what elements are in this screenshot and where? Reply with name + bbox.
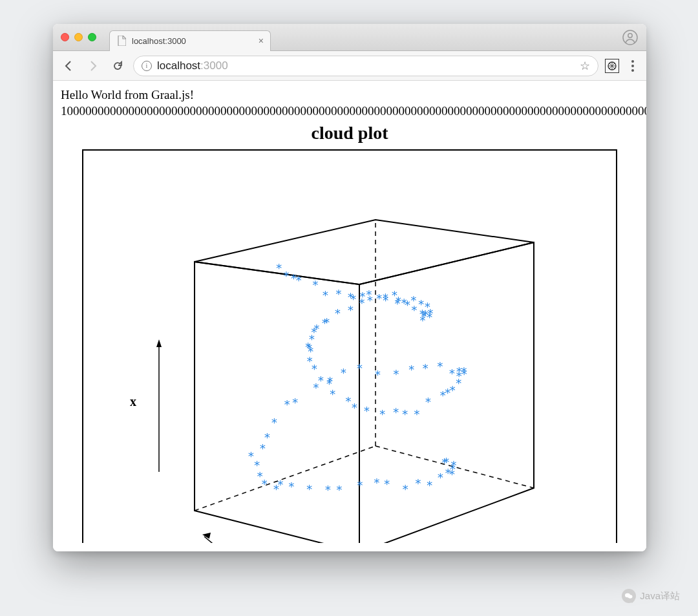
svg-text:*: * xyxy=(437,359,444,373)
watermark: Java译站 xyxy=(622,589,680,603)
browser-toolbar: i localhost:3000 ☆ xyxy=(53,51,646,81)
svg-text:*: * xyxy=(290,272,297,286)
svg-text:*: * xyxy=(271,416,278,429)
svg-text:*: * xyxy=(455,377,462,390)
svg-text:*: * xyxy=(393,368,400,381)
svg-text:*: * xyxy=(326,374,333,388)
svg-text:*: * xyxy=(437,471,444,484)
svg-text:*: * xyxy=(402,482,409,496)
svg-text:*: * xyxy=(379,407,386,421)
url-text: localhost:3000 xyxy=(157,59,228,72)
minimize-window-button[interactable] xyxy=(74,33,83,41)
svg-text:*: * xyxy=(356,362,363,376)
svg-text:*: * xyxy=(275,261,282,275)
svg-text:*: * xyxy=(335,288,343,301)
titlebar: localhost:3000 × xyxy=(53,24,646,51)
menu-button[interactable] xyxy=(626,60,640,72)
bookmark-star-icon[interactable]: ☆ xyxy=(580,59,590,73)
svg-text:*: * xyxy=(395,294,402,308)
svg-text:*: * xyxy=(359,290,366,303)
svg-text:*: * xyxy=(347,291,354,304)
svg-text:*: * xyxy=(425,396,432,409)
svg-text:*: * xyxy=(335,483,343,496)
svg-text:*: * xyxy=(414,407,421,421)
svg-text:*: * xyxy=(248,449,255,463)
svg-text:*: * xyxy=(351,401,358,415)
svg-marker-7 xyxy=(195,262,359,543)
tab-close-button[interactable]: × xyxy=(259,36,264,46)
window-controls xyxy=(61,33,96,41)
reload-button[interactable] xyxy=(109,57,127,75)
page-favicon-icon xyxy=(116,36,127,46)
svg-rect-3 xyxy=(83,150,617,543)
extension-icon[interactable] xyxy=(605,59,619,73)
svg-text:*: * xyxy=(365,288,372,302)
svg-text:*: * xyxy=(324,483,332,497)
svg-text:*: * xyxy=(317,374,324,387)
svg-text:*: * xyxy=(445,466,452,480)
svg-text:*: * xyxy=(422,362,429,376)
cloud-plot: x xyxy=(81,149,618,543)
svg-text:*: * xyxy=(374,476,381,489)
maximize-window-button[interactable] xyxy=(88,33,96,41)
watermark-text: Java译站 xyxy=(640,590,680,602)
svg-point-114 xyxy=(628,595,633,599)
big-number-text: 1000000000000000000000000000000000000000… xyxy=(61,103,639,120)
svg-text:*: * xyxy=(383,477,390,491)
svg-text:*: * xyxy=(408,363,415,377)
svg-point-1 xyxy=(628,33,632,37)
svg-text:*: * xyxy=(401,407,408,421)
svg-text:*: * xyxy=(264,430,271,444)
svg-text:*: * xyxy=(357,478,364,492)
site-info-icon[interactable]: i xyxy=(142,61,152,71)
svg-text:*: * xyxy=(284,398,291,411)
svg-text:*: * xyxy=(424,301,431,314)
hello-text: Hello World from Graal.js! xyxy=(61,87,639,103)
svg-text:*: * xyxy=(288,480,295,494)
forward-button[interactable] xyxy=(84,57,102,75)
svg-text:*: * xyxy=(363,405,370,418)
browser-window: localhost:3000 × i localhost:3000 ☆ xyxy=(53,24,646,551)
svg-text:*: * xyxy=(374,368,381,381)
svg-text:*: * xyxy=(344,395,352,409)
svg-text:*: * xyxy=(415,476,422,490)
svg-text:*: * xyxy=(392,405,399,419)
svg-text:*: * xyxy=(313,323,321,336)
svg-text:*: * xyxy=(291,396,299,410)
page-viewport: Hello World from Graal.js! 1000000000000… xyxy=(53,81,646,551)
svg-text:*: * xyxy=(323,316,330,330)
svg-text:*: * xyxy=(273,482,280,496)
svg-text:*: * xyxy=(306,482,313,496)
svg-marker-8 xyxy=(195,220,534,284)
tab-title: localhost:3000 xyxy=(132,36,253,46)
svg-text:*: * xyxy=(282,270,290,283)
svg-text:*: * xyxy=(426,478,433,492)
svg-text:*: * xyxy=(253,458,260,472)
svg-text:*: * xyxy=(322,288,329,302)
close-window-button[interactable] xyxy=(61,33,69,41)
svg-text:*: * xyxy=(418,297,425,311)
wechat-icon xyxy=(622,589,636,603)
back-button[interactable] xyxy=(59,57,78,75)
plot-title: cloud plot xyxy=(61,123,639,143)
svg-text:*: * xyxy=(329,388,336,401)
svg-text:*: * xyxy=(340,366,347,380)
address-bar[interactable]: i localhost:3000 ☆ xyxy=(133,56,598,76)
svg-text:*: * xyxy=(382,293,389,307)
svg-text:*: * xyxy=(410,293,417,307)
svg-line-10 xyxy=(195,446,375,511)
svg-text:*: * xyxy=(334,306,341,320)
svg-text:*: * xyxy=(312,278,319,292)
browser-tab[interactable]: localhost:3000 × xyxy=(109,30,271,51)
svg-text:*: * xyxy=(439,388,447,402)
profile-icon[interactable] xyxy=(622,29,639,46)
